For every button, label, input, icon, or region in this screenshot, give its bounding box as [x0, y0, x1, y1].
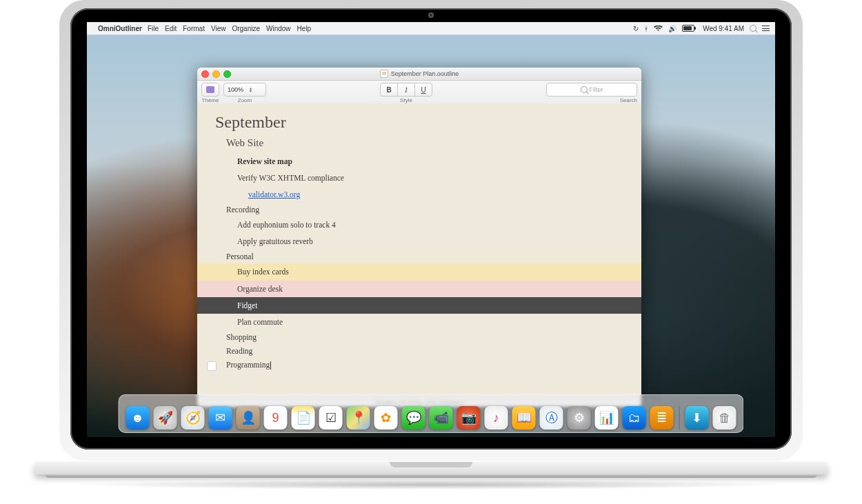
macbook-shadow: [76, 480, 786, 490]
outline-heading[interactable]: Reading: [197, 344, 641, 358]
italic-button[interactable]: I: [398, 83, 415, 96]
zoom-stepper[interactable]: 100% ▴▾: [223, 83, 266, 97]
dock-app-messages[interactable]: 💬: [402, 406, 425, 430]
outline-heading[interactable]: Programming: [197, 358, 641, 372]
menu-view[interactable]: View: [211, 25, 226, 32]
outline-row[interactable]: Review site map: [197, 153, 641, 170]
outline-body[interactable]: September Web SiteReview site mapVerify …: [197, 103, 641, 397]
status-wifi-icon[interactable]: [654, 26, 663, 32]
zoom-label: Zoom: [238, 97, 252, 103]
minimize-traffic-light[interactable]: [212, 70, 220, 78]
underline-button[interactable]: U: [415, 83, 432, 96]
document-title[interactable]: September: [215, 113, 641, 132]
spotlight-icon[interactable]: [750, 25, 756, 32]
camera-icon: [429, 13, 433, 17]
outline-row[interactable]: Buy index cards: [197, 263, 641, 280]
outline-heading[interactable]: Personal: [197, 250, 641, 263]
outline-row[interactable]: Add euphonium solo to track 4: [197, 216, 641, 233]
dock-app-photos[interactable]: ✿: [374, 406, 398, 430]
dock-app-downloads[interactable]: ⬇: [685, 406, 709, 430]
outline-row[interactable]: Plan commute: [197, 314, 641, 330]
dock-app-numbers[interactable]: 📊: [595, 406, 619, 430]
outline-row[interactable]: Verify W3C XHTML compliance: [197, 170, 641, 186]
dock-app-mail[interactable]: ✉: [209, 406, 232, 430]
theme-label: Theme: [202, 97, 219, 103]
style-label: Style: [400, 97, 412, 103]
dock-app-calendar[interactable]: 9: [264, 406, 288, 430]
menu-format[interactable]: Format: [183, 25, 205, 32]
status-bluetooth-icon[interactable]: ᚼ: [644, 25, 648, 32]
dock-app-photobooth[interactable]: 📷: [457, 406, 481, 430]
zoom-traffic-light[interactable]: [223, 70, 231, 78]
dock-app-contacts[interactable]: 👤: [237, 406, 260, 430]
app-menu[interactable]: OmniOutliner: [98, 25, 142, 32]
menu-edit[interactable]: Edit: [165, 25, 177, 32]
window-titlebar[interactable]: September Plan.ooutline: [197, 68, 641, 81]
dock-app-facetime[interactable]: 📹: [430, 406, 453, 430]
search-label: Search: [620, 97, 637, 103]
text-cursor: [270, 361, 271, 370]
dock-app-launchpad[interactable]: 🚀: [154, 406, 177, 430]
dock-app-notes[interactable]: 📄: [292, 406, 315, 430]
outline-heading[interactable]: Recording: [197, 203, 641, 216]
search-icon: [581, 86, 588, 93]
dock: ☻🚀🧭✉👤9📄☑📍✿💬📹📷♪📖Ⓐ⚙📊🗂≣⬇🗑: [119, 394, 744, 433]
theme-button[interactable]: [201, 83, 219, 97]
outline-link[interactable]: validator.w3.org: [248, 190, 300, 199]
window-title: September Plan.ooutline: [391, 70, 459, 77]
style-segmented: B I U: [380, 83, 432, 97]
outline-row[interactable]: validator.w3.org: [197, 186, 641, 203]
dock-app-omnioutliner[interactable]: ≣: [650, 406, 674, 430]
macos-menubar: OmniOutliner FileEditFormatViewOrganizeW…: [87, 22, 775, 35]
zoom-value: 100%: [228, 86, 243, 93]
menu-window[interactable]: Window: [266, 25, 291, 32]
status-battery-icon[interactable]: [682, 25, 697, 32]
menu-organize[interactable]: Organize: [232, 25, 260, 32]
dock-app-finder[interactable]: ☻: [126, 406, 150, 430]
dock-separator: [679, 406, 680, 430]
dock-app-ibooks[interactable]: 📖: [512, 406, 536, 430]
menu-help[interactable]: Help: [297, 25, 312, 32]
dock-app-trash[interactable]: 🗑: [713, 406, 736, 430]
close-traffic-light[interactable]: [201, 70, 209, 78]
status-timemachine-icon[interactable]: ↻: [633, 25, 639, 32]
row-handle[interactable]: [207, 361, 217, 371]
dock-app-safari[interactable]: 🧭: [181, 406, 205, 430]
menu-file[interactable]: File: [148, 25, 159, 32]
outline-row[interactable]: Fidget: [197, 297, 641, 314]
notification-center-icon[interactable]: [762, 26, 770, 31]
document-proxy-icon[interactable]: [380, 70, 388, 78]
outline-row[interactable]: Apply gratuitous reverb: [197, 233, 641, 250]
dock-app-maps[interactable]: 📍: [347, 406, 370, 430]
dock-app-keynote[interactable]: 🗂: [623, 406, 646, 430]
dock-app-reminders[interactable]: ☑: [319, 406, 343, 430]
dock-app-itunes[interactable]: ♪: [485, 406, 508, 430]
outline-heading[interactable]: Shopping: [197, 330, 641, 344]
outline-row[interactable]: Organize desk: [197, 281, 641, 297]
stepper-arrows-icon: ▴▾: [250, 87, 252, 92]
search-input[interactable]: Filter: [546, 83, 637, 97]
menubar-clock[interactable]: Wed 9:41 AM: [703, 25, 744, 32]
outline-heading[interactable]: Web Site: [226, 137, 641, 149]
desktop-screen: OmniOutliner FileEditFormatViewOrganizeW…: [87, 22, 775, 437]
bold-button[interactable]: B: [381, 83, 398, 96]
dock-app-appstore[interactable]: Ⓐ: [540, 406, 563, 430]
dock-app-preferences[interactable]: ⚙: [568, 406, 591, 430]
omnioutliner-window: September Plan.ooutline Theme 100% ▴▾ Zo…: [197, 68, 641, 407]
search-placeholder: Filter: [590, 86, 603, 93]
macbook-frame: OmniOutliner FileEditFormatViewOrganizeW…: [34, 0, 828, 490]
status-volume-icon[interactable]: 🔊: [668, 25, 676, 32]
